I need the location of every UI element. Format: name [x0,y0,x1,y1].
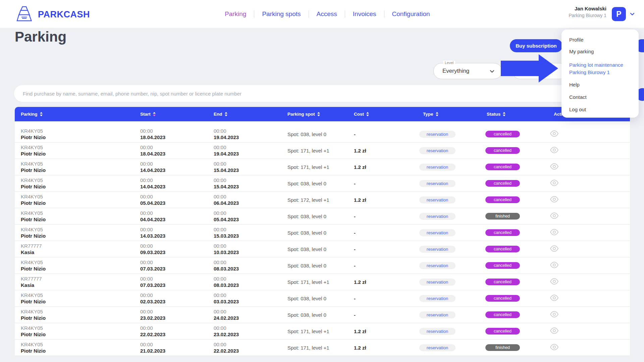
start-time: 00:00 [140,243,208,249]
cell-status: cancelled [472,229,539,236]
cell-cost: - [348,214,408,219]
sort-icon[interactable] [436,112,438,116]
table-row[interactable]: KR4KY05 Piotr Nizio 00:00 14.04.2023 00:… [15,175,630,192]
menu-item-help[interactable]: Help [569,81,633,88]
type-badge: reservation [419,147,455,154]
table-row[interactable]: KR4KY05 Piotr Nizio 00:00 21.02.2023 00:… [15,340,630,356]
cell-parking: KR4KY05 Piotr Nizio [15,161,134,173]
cell-start: 00:00 23.02.2023 [134,308,208,321]
end-time: 00:00 [214,259,281,265]
view-details-eye-icon[interactable] [550,130,559,137]
view-details-eye-icon[interactable] [550,212,559,219]
table-row[interactable]: KR4KY05 Piotr Nizio 00:00 14.03.2023 00:… [15,225,630,241]
table-row[interactable]: KR4KY05 Piotr Nizio 00:00 22.02.2023 00:… [15,323,630,340]
buy-subscription-button[interactable]: Buy subscription [510,39,562,52]
table-row[interactable]: KR77777 Kasia 00:00 09.03.2023 00:00 10.… [15,241,630,257]
nav-item-parking-spots[interactable]: Parking spots [254,10,308,18]
view-details-eye-icon[interactable] [550,261,559,268]
table-row[interactable]: KR4KY05 Piotr Nizio 00:00 14.04.2023 00:… [15,159,630,175]
table-row[interactable]: KR4KY05 Piotr Nizio 00:00 02.03.2023 00:… [15,290,630,307]
menu-item-contact[interactable]: Contact [569,94,633,101]
type-badge: reservation [419,344,455,351]
sort-icon[interactable] [153,112,156,116]
column-header-cost[interactable]: Cost [348,112,408,117]
status-badge: cancelled [485,164,520,170]
cell-cost: - [348,131,408,137]
brand-logo[interactable]: PARKCASH [15,4,90,24]
end-date: 05.04.2023 [214,216,281,223]
customer-name: Piotr Nizio [21,315,134,321]
nav-item-configuration[interactable]: Configuration [384,10,438,18]
user-info[interactable]: Jan Kowalski Parking Biurowy 1 [569,6,606,18]
view-details-eye-icon[interactable] [550,229,559,236]
view-details-eye-icon[interactable] [550,344,559,351]
column-header-status[interactable]: Status [472,112,539,117]
menu-item-parking-lot-maintenance-parking-biurowy-1[interactable]: Parking lot maintenance Parking Biurowy … [569,61,633,76]
level-filter-select[interactable]: Level Everything [433,63,502,79]
start-time: 00:00 [140,210,208,216]
table-row[interactable]: KR4KY05 Piotr Nizio 00:00 18.04.2023 00:… [15,142,630,159]
cell-action [539,196,630,204]
menu-item-log-out[interactable]: Log out [569,106,633,113]
licence-plate: KR4KY05 [21,292,134,298]
view-details-eye-icon[interactable] [550,294,559,301]
table-row[interactable]: KR4KY05 Piotr Nizio 00:00 04.04.2023 00:… [15,208,630,225]
cell-action [539,261,630,269]
cell-parking-spot: Spot: 038, level 0 [281,312,348,318]
avatar[interactable]: P [612,7,626,21]
sort-icon[interactable] [317,112,320,116]
cell-status: finished [472,213,539,220]
cell-parking: KR4KY05 Piotr Nizio [15,210,134,223]
sort-icon[interactable] [503,112,505,116]
cell-cost: - [348,296,408,301]
licence-plate: KR4KY05 [21,325,134,331]
view-details-eye-icon[interactable] [550,163,559,170]
table-row[interactable]: KR4KY05 Piotr Nizio 00:00 05.04.2023 00:… [15,192,630,208]
end-date: 19.04.2023 [214,150,281,157]
customer-name: Piotr Nizio [21,265,134,272]
column-header-parking-spot[interactable]: Parking spot [281,112,348,117]
cell-parking-spot: Spot: 038, level 0 [281,214,348,219]
nav-item-parking[interactable]: Parking [217,10,254,18]
start-date: 07.03.2023 [140,265,208,272]
view-details-eye-icon[interactable] [550,278,559,285]
nav-item-invoices[interactable]: Invoices [345,10,384,18]
view-details-eye-icon[interactable] [550,146,559,154]
customer-name: Piotr Nizio [21,216,134,223]
nav-item-access[interactable]: Access [309,10,345,18]
cell-action [539,146,630,155]
cell-parking: KR77777 Kasia [15,276,134,288]
table-body: KR4KY05 Piotr Nizio 00:00 18.04.2023 00:… [15,121,630,356]
view-details-eye-icon[interactable] [550,196,559,203]
cell-parking: KR4KY05 Piotr Nizio [15,308,134,321]
start-date: 02.03.2023 [140,298,208,305]
user-menu-chevron-down-icon[interactable] [629,11,635,18]
table-row[interactable]: KR4KY05 Piotr Nizio 00:00 07.03.2023 00:… [15,257,630,274]
sort-icon[interactable] [40,112,43,116]
column-header-type[interactable]: Type [408,112,472,117]
start-time: 00:00 [140,308,208,315]
level-chevron-down-icon [489,68,495,76]
search-bar [14,85,630,102]
start-time: 00:00 [140,177,208,183]
column-header-parking[interactable]: Parking [15,112,134,117]
menu-item-my-parking[interactable]: My parking [569,48,633,55]
view-details-eye-icon[interactable] [550,179,559,186]
table-row[interactable]: KR4KY05 Piotr Nizio 00:00 18.04.2023 00:… [15,121,630,142]
view-details-eye-icon[interactable] [550,327,559,334]
view-details-eye-icon[interactable] [550,311,559,318]
table-row[interactable]: KR77777 Kasia 00:00 07.03.2023 00:00 08.… [15,274,630,290]
column-header-start[interactable]: Start [134,112,208,117]
sort-icon[interactable] [366,112,369,116]
menu-item-profile[interactable]: Profile [569,36,633,44]
view-details-eye-icon[interactable] [550,245,559,252]
sort-icon[interactable] [225,112,227,116]
cell-parking-spot: Spot: 038, level 0 [281,246,348,252]
cell-parking: KR4KY05 Piotr Nizio [15,144,134,157]
type-badge: reservation [419,180,455,187]
table-row[interactable]: KR4KY05 Piotr Nizio 00:00 23.02.2023 00:… [15,307,630,323]
column-header-end[interactable]: End [208,112,281,117]
search-input[interactable] [14,85,630,102]
cell-type: reservation [408,328,472,335]
type-badge: reservation [419,279,455,286]
